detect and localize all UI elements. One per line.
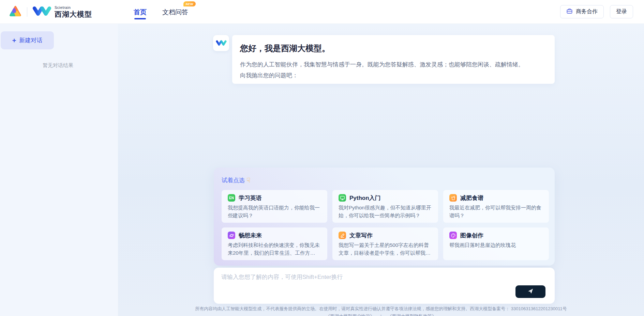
point-down-hand-icon: ☟: [246, 176, 251, 184]
suggestion-card[interactable]: 图像创作 帮我画日落时悬崖边的玫瑰花: [443, 227, 549, 260]
suggestion-card[interactable]: 文章写作 我想写一篇关于土星的500字左右的科普文章，目标读者是中学生，你可以帮…: [332, 227, 438, 260]
nav-tab-home[interactable]: 首页: [134, 7, 147, 17]
privacy-policy-link[interactable]: 《西湖大模型隐私政策》: [388, 314, 436, 316]
chat-input[interactable]: [221, 273, 511, 294]
header: Scietrain 西湖大模型 首页 文档问答 NEW 商务合作 登录: [0, 0, 644, 24]
welcome-title: 您好，我是西湖大模型。: [240, 43, 546, 54]
login-button[interactable]: 登录: [610, 5, 633, 18]
disclaimer-text: 所有内容均由人工智能大模型生成，不代表服务提供商的立场。在使用时，请对真实性进行…: [118, 306, 644, 312]
brand-company: Scietrain: [55, 6, 92, 10]
new-badge: NEW: [183, 1, 196, 6]
pencil-icon: [339, 232, 346, 239]
avatar-w-logo-icon: [216, 40, 227, 47]
footer-separator: |: [380, 314, 381, 316]
suggestions-panel: 试着点选 ☟ EN 学习英语 我想提高我的英语口语能力，你能给我一些建议吗？ P…: [214, 168, 555, 266]
send-button[interactable]: [515, 285, 545, 298]
planet-icon: [228, 232, 235, 239]
cup-icon: [449, 194, 457, 202]
user-agreement-link[interactable]: 《西湖大模型用户协议》: [326, 314, 374, 316]
main-area: 您好，我是西湖大模型。 作为您的人工智能伙伴，我集智慧与情感于一身。既能为您答疑…: [118, 24, 644, 316]
paper-plane-icon: [527, 288, 534, 296]
main-nav: 首页 文档问答 NEW: [134, 0, 188, 23]
suggestions-header: 试着点选 ☟: [222, 176, 547, 184]
conversation-sidebar: + 新建对话 暂无对话结果: [0, 24, 118, 316]
suggestion-card[interactable]: 畅想未来 考虑到科技和社会的快速演变，你预见未来20年里，我们的日常生活、工作方…: [222, 227, 327, 260]
brand: Scietrain 西湖大模型: [9, 5, 92, 19]
brand-divider: [27, 7, 27, 17]
scietrain-triangle-logo-icon: [9, 5, 22, 19]
assistant-avatar: [213, 35, 229, 51]
header-actions: 商务合作 登录: [560, 5, 633, 18]
monitor-icon: [339, 194, 346, 202]
welcome-body: 作为您的人工智能伙伴，我集智慧与情感于一身。既能为您答疑解惑、激发灵感；也能够陪…: [240, 59, 546, 81]
welcome-message-card: 您好，我是西湖大模型。 作为您的人工智能伙伴，我集智慧与情感于一身。既能为您答疑…: [232, 35, 555, 84]
nav-tab-doc-qa[interactable]: 文档问答 NEW: [162, 7, 188, 17]
business-cooperation-button[interactable]: 商务合作: [560, 5, 604, 18]
chat-input-card: [214, 268, 555, 304]
active-tab-underline: [134, 18, 146, 19]
en-icon: EN: [228, 194, 235, 202]
brand-text: Scietrain 西湖大模型: [55, 6, 92, 18]
briefcase-icon: [566, 8, 573, 16]
empty-conversations-text: 暂无对话结果: [0, 62, 116, 69]
new-chat-button[interactable]: + 新建对话: [1, 31, 54, 49]
footer-links: 《西湖大模型用户协议》 | 《西湖大模型隐私政策》: [118, 313, 644, 316]
welcome-line1: 作为您的人工智能伙伴，我集智慧与情感于一身。既能为您答疑解惑、激发灵感；也能够陪…: [240, 59, 546, 70]
suggestion-card[interactable]: Python入门 我对Python很感兴趣，但不知道从哪里开始，你可以给我一些简…: [332, 190, 438, 223]
plus-icon: +: [12, 37, 16, 44]
suggestion-card[interactable]: EN 学习英语 我想提高我的英语口语能力，你能给我一些建议吗？: [222, 190, 327, 223]
brand-product: 西湖大模型: [55, 10, 92, 18]
suggestion-card[interactable]: 减肥食谱 我最近在减肥，你可以帮我安排一周的食谱吗？: [443, 190, 549, 223]
suggestion-cards-grid: EN 学习英语 我想提高我的英语口语能力，你能给我一些建议吗？ Python入门…: [222, 190, 547, 260]
westlake-w-logo-icon: [32, 5, 51, 19]
palette-icon: [449, 232, 457, 239]
welcome-line2: 向我抛出您的问题吧：: [240, 70, 546, 81]
